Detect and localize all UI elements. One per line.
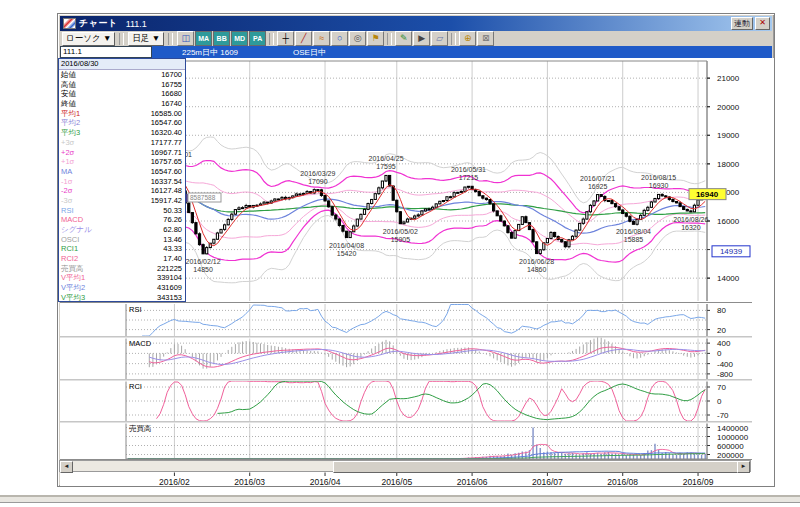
svg-text:2016/02: 2016/02 xyxy=(159,477,190,486)
svg-text:14850: 14850 xyxy=(193,266,213,273)
data-row: V平均3343153 xyxy=(59,293,185,303)
svg-text:200000: 200000 xyxy=(717,451,744,460)
trendline-icon[interactable]: ╱ xyxy=(295,31,312,46)
toolbar-separator xyxy=(387,33,392,45)
svg-text:600000: 600000 xyxy=(717,442,744,451)
flag-icon[interactable]: ⚑ xyxy=(367,31,384,46)
settings-icon[interactable]: ◎ xyxy=(349,31,366,46)
svg-text:RCI: RCI xyxy=(129,382,142,391)
linked-button[interactable]: 連動 xyxy=(731,17,753,30)
data-row: 高値16755 xyxy=(59,80,185,90)
svg-text:2016/08/15: 2016/08/15 xyxy=(641,174,676,181)
data-row: -1σ16337.54 xyxy=(59,177,185,187)
svg-text:売買高: 売買高 xyxy=(129,424,152,433)
horizontal-scrollbar[interactable]: ◄ ► xyxy=(59,460,751,472)
svg-text:2016/08/04: 2016/08/04 xyxy=(616,228,651,235)
svg-text:2016/06: 2016/06 xyxy=(457,477,488,486)
toolbar-separator xyxy=(451,33,456,45)
symbol-input[interactable] xyxy=(60,46,152,58)
svg-text:17215: 17215 xyxy=(459,174,479,181)
svg-text:0: 0 xyxy=(717,349,722,358)
search-icon[interactable]: ⊕ xyxy=(459,31,476,46)
data-row: MACD76.26 xyxy=(59,215,185,225)
md-indicator-icon[interactable]: MD xyxy=(231,31,248,46)
cancel-icon[interactable]: ⊠ xyxy=(477,31,494,46)
data-panel-rows: 始値16700高値16755安値16680終値16740平均116585.00平… xyxy=(59,70,185,303)
svg-text:14000: 14000 xyxy=(717,274,740,283)
data-row: +2σ16967.71 xyxy=(59,148,185,158)
zoom-icon[interactable]: ○ xyxy=(331,31,348,46)
app-divider xyxy=(0,495,800,503)
svg-text:17595: 17595 xyxy=(376,163,396,170)
scrollbar-thumb[interactable] xyxy=(333,461,740,473)
scroll-left-icon[interactable]: ◄ xyxy=(60,461,73,473)
chart-type-select[interactable]: ローソク ▼ xyxy=(62,32,115,46)
crosshair-icon[interactable]: ┼ xyxy=(277,31,294,46)
toolbar: ローソク ▼ 日足 ▼ ◫MABBMDPA┼╱≈○◎⚑✎▶▱⊕⊠ xyxy=(60,31,772,46)
data-row: MA16547.60 xyxy=(59,167,185,177)
data-row: 売買高221225 xyxy=(59,264,185,274)
svg-text:16320: 16320 xyxy=(681,224,701,231)
svg-text:17090: 17090 xyxy=(308,178,328,185)
svg-text:2016/03/29: 2016/03/29 xyxy=(300,170,335,177)
svg-text:2016/02/12: 2016/02/12 xyxy=(186,258,221,265)
window-title-value: 111.1 xyxy=(126,19,147,29)
timeframe-select[interactable]: 日足 ▼ xyxy=(128,32,164,46)
data-row: OSCI13.46 xyxy=(59,235,185,245)
data-row: +1σ16757.65 xyxy=(59,157,185,167)
data-row: RSI50.33 xyxy=(59,206,185,216)
app-icon xyxy=(63,18,76,29)
svg-text:16925: 16925 xyxy=(588,183,608,190)
toolbar-separator xyxy=(168,33,173,45)
svg-text:2016/05/02: 2016/05/02 xyxy=(383,228,418,235)
svg-text:16940: 16940 xyxy=(696,190,719,199)
svg-text:16930: 16930 xyxy=(649,182,669,189)
info-bar: 225m日中 1609 OSE日中 xyxy=(60,46,772,58)
svg-text:2016/03: 2016/03 xyxy=(234,477,265,486)
data-row: +3σ17177.77 xyxy=(59,138,185,148)
svg-text:2016/08: 2016/08 xyxy=(607,477,638,486)
svg-text:2016/09: 2016/09 xyxy=(683,477,714,486)
svg-text:2016/08/26: 2016/08/26 xyxy=(673,216,708,223)
desktop: チャート 111.1 連動 ✕ ローソク ▼ 日足 ▼ ◫MABBMDPA┼╱≈… xyxy=(0,0,800,507)
svg-text:21000: 21000 xyxy=(717,74,740,83)
svg-text:20: 20 xyxy=(717,326,726,335)
svg-text:2016/07: 2016/07 xyxy=(532,477,563,486)
eraser-icon[interactable]: ▱ xyxy=(431,31,448,46)
pa-indicator-icon[interactable]: PA xyxy=(249,31,266,46)
data-row: V平均1339104 xyxy=(59,273,185,283)
bb-indicator-icon[interactable]: BB xyxy=(213,31,230,46)
svg-text:RSI: RSI xyxy=(129,305,142,314)
data-row: RCI217.40 xyxy=(59,254,185,264)
svg-text:14860: 14860 xyxy=(527,266,547,273)
svg-text:2016/05: 2016/05 xyxy=(381,477,412,486)
svg-text:80: 80 xyxy=(717,306,726,315)
data-panel: 2016/08/30 始値16700高値16755安値16680終値16740平… xyxy=(58,58,186,302)
svg-text:-400: -400 xyxy=(717,360,734,369)
cursor-icon[interactable]: ▶ xyxy=(413,31,430,46)
svg-text:8587588: 8587588 xyxy=(190,194,216,201)
ma-indicator-icon[interactable]: MA xyxy=(195,31,212,46)
data-row: シグナル62.80 xyxy=(59,225,185,235)
data-row: 平均316320.40 xyxy=(59,128,185,138)
scroll-right-icon[interactable]: ► xyxy=(737,461,750,473)
svg-text:15905: 15905 xyxy=(391,236,411,243)
title-bar[interactable]: チャート 111.1 連動 ✕ xyxy=(60,16,772,31)
data-row: 平均216547.60 xyxy=(59,118,185,128)
chart-mode-icon[interactable]: ◫ xyxy=(177,31,194,46)
close-icon[interactable]: ✕ xyxy=(755,17,770,30)
svg-text:2016/06/28: 2016/06/28 xyxy=(519,258,554,265)
svg-text:19000: 19000 xyxy=(717,131,740,140)
svg-text:2016/04: 2016/04 xyxy=(310,477,341,486)
svg-text:2016/04/25: 2016/04/25 xyxy=(368,155,403,162)
window-title: チャート xyxy=(79,17,118,30)
data-row: V平均2431609 xyxy=(59,283,185,293)
toolbar-separator xyxy=(119,33,124,45)
svg-text:MACD: MACD xyxy=(129,339,152,348)
svg-text:-800: -800 xyxy=(717,370,734,379)
wave-icon[interactable]: ≈ xyxy=(313,31,330,46)
svg-text:20000: 20000 xyxy=(717,103,740,112)
svg-text:1000000: 1000000 xyxy=(717,433,749,442)
chart-window: チャート 111.1 連動 ✕ ローソク ▼ 日足 ▼ ◫MABBMDPA┼╱≈… xyxy=(57,13,775,487)
pencil-icon[interactable]: ✎ xyxy=(395,31,412,46)
